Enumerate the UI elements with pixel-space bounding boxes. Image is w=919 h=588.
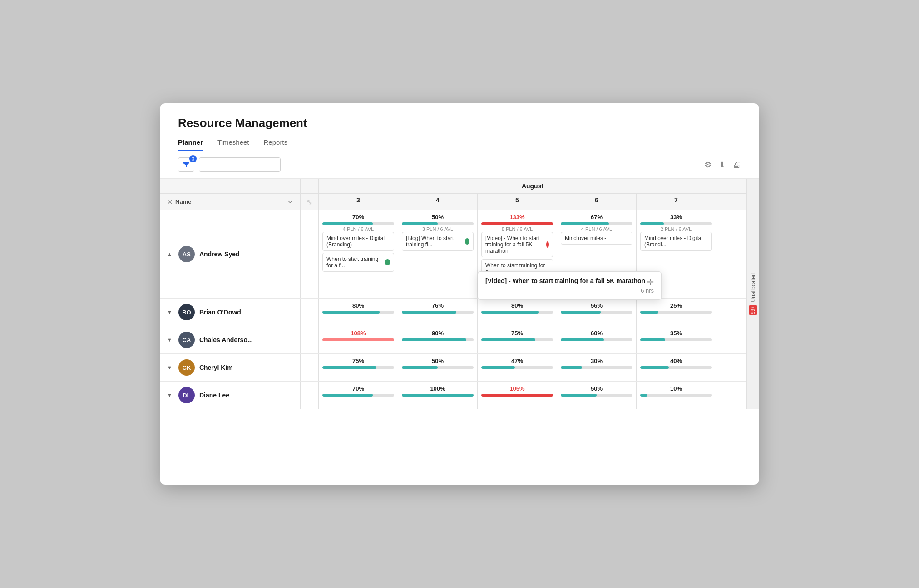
month-label: August: [319, 179, 746, 193]
toolbar-right: ⚙ ⬇ 🖨: [704, 160, 741, 170]
diane-day7-pct: 10%: [640, 385, 712, 392]
task-card-mind-d7[interactable]: Mind over miles - Digital (Brandi...: [640, 232, 712, 251]
diane-day-6: 50%: [557, 382, 637, 409]
cheryl-day5-pct: 47%: [481, 358, 553, 364]
resize-icon: ⤡: [301, 194, 318, 210]
person-name-cell-cheryl: ▼ CK Cheryl Kim: [160, 354, 301, 381]
diane-day5-pct: 105%: [481, 385, 553, 392]
task-card-mind-d6[interactable]: Mind over miles -: [561, 232, 632, 245]
task-card-blog-when-d4[interactable]: [Blog] When to start training fl...: [402, 232, 474, 251]
task-card-when-start-d3[interactable]: When to start training for a f...: [322, 253, 394, 272]
day-header-4: 4: [398, 194, 478, 210]
tab-timesheet[interactable]: Timesheet: [217, 138, 249, 151]
header: Resource Management Planner Timesheet Re…: [160, 103, 759, 151]
person-name-andrew: Andrew Syed: [199, 250, 240, 258]
chales-day5-pct: 75%: [481, 330, 553, 337]
andrew-day7-avl: 2 PLN / 6 AVL: [640, 226, 712, 232]
expand-icon-brian[interactable]: ▼: [167, 309, 172, 315]
chales-day3-pct: 108%: [322, 330, 394, 337]
cheryl-day-7: 40%: [637, 354, 716, 381]
resize-cell-cheryl: [301, 354, 319, 381]
brian-day-4: 76%: [398, 299, 478, 326]
person-row-chales: ▼ CA Chales Anderso... 108% 90% 75%: [160, 326, 746, 354]
move-icon[interactable]: ✛: [647, 277, 654, 287]
print-icon[interactable]: 🖨: [733, 160, 741, 170]
day-header-5: 5: [478, 194, 557, 210]
day-header-3: 3: [319, 194, 398, 210]
cheryl-day-3: 75%: [319, 354, 398, 381]
person-row-cheryl: ▼ CK Cheryl Kim 75% 50% 47%: [160, 354, 746, 382]
person-row-diane: ▼ DL Diane Lee 70% 100% 105%: [160, 382, 746, 409]
cheryl-day3-pct: 75%: [322, 358, 394, 364]
andrew-day5-bar: [481, 222, 553, 225]
brian-day-7: 25%: [637, 299, 716, 326]
brian-day-6: 56%: [557, 299, 637, 326]
name-col-empty: [160, 179, 301, 193]
month-label-row: August: [160, 179, 746, 194]
settings-icon[interactable]: ⚙: [704, 160, 711, 170]
expand-icon-diane[interactable]: ▼: [167, 392, 172, 398]
brian-day5-pct: 80%: [481, 302, 553, 309]
tooltip-box: [Video] - When to start training for a f…: [478, 271, 662, 300]
andrew-day7-pct: 33%: [640, 214, 712, 220]
search-input[interactable]: [199, 157, 281, 172]
chales-day6-pct: 60%: [561, 330, 632, 337]
cheryl-day7-pct: 40%: [640, 358, 712, 364]
diane-day-7: 10%: [637, 382, 716, 409]
badge-green-d3: [385, 259, 390, 265]
task-card-mind-miles-d3[interactable]: Mind over miles - Digital (Branding): [322, 232, 394, 251]
filter-button[interactable]: 3: [178, 157, 194, 172]
cheryl-day-6: 30%: [557, 354, 637, 381]
expand-icon-chales[interactable]: ▼: [167, 337, 172, 343]
task-card-video-d5[interactable]: [Video] - When to start training for a f…: [481, 232, 553, 257]
andrew-day3-avl: 4 PLN / 6 AVL: [322, 226, 394, 232]
brian-day4-pct: 76%: [402, 302, 474, 309]
download-icon[interactable]: ⬇: [719, 160, 726, 170]
toolbar: 3 ⚙ ⬇ 🖨: [160, 151, 759, 179]
expand-icon-cheryl[interactable]: ▼: [167, 365, 172, 370]
tab-reports[interactable]: Reports: [264, 138, 288, 151]
resize-cell-andrew: [301, 210, 319, 298]
resize-cell-diane: [301, 382, 319, 409]
chales-day4-pct: 90%: [402, 330, 474, 337]
unallocated-sidebar[interactable]: Unallocated 99+: [746, 179, 759, 409]
andrew-day5-pct: 133%: [481, 214, 553, 220]
person-name-diane: Diane Lee: [199, 392, 229, 399]
andrew-day3-bar: [322, 222, 394, 225]
diane-day6-pct: 50%: [561, 385, 632, 392]
andrew-day-3: 70% 4 PLN / 6 AVL Mind over miles - Digi…: [319, 210, 398, 298]
avatar-andrew: AS: [178, 246, 195, 262]
andrew-day7-bar: [640, 222, 712, 225]
resize-col-empty: [301, 179, 319, 193]
chales-day-4: 90%: [398, 326, 478, 353]
andrew-day-4: 50% 3 PLN / 6 AVL [Blog] When to start t…: [398, 210, 478, 298]
cheryl-day4-pct: 50%: [402, 358, 474, 364]
unallocated-badge: 99+: [749, 305, 757, 315]
person-row-brian: ▼ BO Brian O'Dowd 80% 76% 80%: [160, 299, 746, 326]
person-name-cell-andrew: ▲ AS Andrew Syed: [160, 210, 301, 298]
filter-badge: 3: [189, 155, 197, 162]
andrew-day6-bar: [561, 222, 632, 225]
person-name-cell-brian: ▼ BO Brian O'Dowd: [160, 299, 301, 326]
avatar-brian: BO: [178, 304, 195, 320]
brian-day3-pct: 80%: [322, 302, 394, 309]
resize-cell-chales: [301, 326, 319, 353]
brian-day6-pct: 56%: [561, 302, 632, 309]
andrew-day4-pct: 50%: [402, 214, 474, 220]
chales-day-7: 35%: [637, 326, 716, 353]
andrew-day6-avl: 4 PLN / 6 AVL: [561, 226, 632, 232]
tab-planner[interactable]: Planner: [178, 138, 203, 151]
name-header-label: Name: [175, 198, 191, 205]
andrew-day3-pct: 70%: [322, 214, 394, 220]
diane-day-3: 70%: [319, 382, 398, 409]
tooltip-hours: 6 hrs: [485, 287, 654, 294]
andrew-day4-bar: [402, 222, 474, 225]
chevron-down-icon: [287, 199, 293, 205]
planner-area: August Name ⤡ 3 4 5 6 7: [160, 179, 759, 409]
expand-icon-andrew[interactable]: ▲: [167, 251, 172, 257]
filter-icon: [183, 161, 190, 168]
day-header-7: 7: [637, 194, 716, 210]
cheryl-day6-pct: 30%: [561, 358, 632, 364]
chales-day7-pct: 35%: [640, 330, 712, 337]
andrew-day5-avl: 8 PLN / 6 AVL: [481, 226, 553, 232]
